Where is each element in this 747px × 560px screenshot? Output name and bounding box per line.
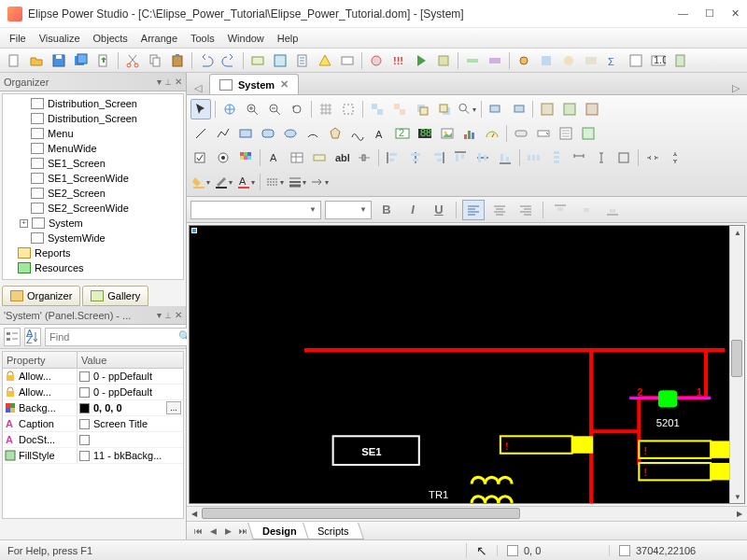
draw-display[interactable]: 88 <box>415 123 435 144</box>
tree-item-resources[interactable]: Resources <box>3 260 183 275</box>
draw-poly[interactable] <box>325 123 345 144</box>
text-align-center[interactable] <box>488 200 511 220</box>
tab-design[interactable]: Design <box>247 523 312 539</box>
ctl-combo[interactable] <box>533 123 554 144</box>
tool-gear[interactable] <box>514 51 534 70</box>
line-color[interactable]: ▾ <box>213 172 233 192</box>
tool-b[interactable] <box>270 51 290 70</box>
text-align-right[interactable] <box>514 200 537 220</box>
scroll-up-icon[interactable]: ▲ <box>730 226 745 239</box>
scroll-left-icon[interactable]: ◀ <box>187 507 202 520</box>
sort-button[interactable]: AZ <box>24 328 41 346</box>
panel-close-icon[interactable]: ✕ <box>175 310 182 320</box>
scroll-thumb[interactable] <box>202 508 520 519</box>
text-color[interactable]: A▾ <box>235 172 256 192</box>
tool-n[interactable] <box>626 51 646 70</box>
draw-text[interactable]: A <box>370 123 390 144</box>
tool-l[interactable] <box>558 51 579 70</box>
ellipsis-button[interactable]: ... <box>166 401 181 414</box>
zoom-in-tool[interactable] <box>242 99 262 119</box>
misc-tool-a[interactable] <box>537 99 557 119</box>
draw-rect[interactable] <box>235 123 256 144</box>
vertical-scrollbar[interactable]: ▲ ▼ <box>729 226 744 503</box>
front-tool[interactable] <box>412 99 432 119</box>
run-button[interactable] <box>411 51 431 70</box>
draw-arc[interactable] <box>303 123 323 144</box>
space-v[interactable] <box>665 147 685 168</box>
tree-item[interactable]: MenuWide <box>3 141 183 156</box>
tab-prev-icon[interactable]: ◁ <box>190 82 205 94</box>
redo-button[interactable] <box>218 51 239 70</box>
next-icon[interactable]: ▶ <box>220 526 235 536</box>
snap-tool[interactable] <box>338 99 359 119</box>
tree-item[interactable]: SE1_Screen <box>3 156 183 171</box>
line-weight[interactable]: ▾ <box>287 172 307 192</box>
panel-pin-icon[interactable]: ⟂ <box>165 77 171 87</box>
text-valign-top[interactable] <box>549 200 571 220</box>
label-tool[interactable] <box>309 147 330 168</box>
panel-pin-icon[interactable]: ⟂ <box>165 310 171 320</box>
tree-item[interactable]: SE2_Screen <box>3 186 183 201</box>
slider-tool[interactable] <box>354 147 374 168</box>
tab-organizer[interactable]: Organizer <box>2 286 80 306</box>
font-family-combo[interactable]: ▼ <box>190 201 321 219</box>
layer-tool-b[interactable] <box>508 99 529 119</box>
tool-g[interactable] <box>433 51 454 70</box>
copy-button[interactable] <box>145 51 165 70</box>
abl-tool[interactable]: abl <box>331 147 352 168</box>
tree-item-system[interactable]: +System <box>3 216 183 231</box>
tree-item[interactable]: SystemWide <box>3 231 183 245</box>
tool-d[interactable] <box>337 51 358 70</box>
checkbox-tool[interactable] <box>190 147 211 168</box>
save-all-button[interactable] <box>71 51 92 70</box>
draw-chart[interactable] <box>459 123 480 144</box>
prop-row[interactable]: ADocSt... <box>3 432 183 448</box>
prop-row[interactable]: Allow... 0 - ppDefault <box>3 385 183 400</box>
doc-tab-system[interactable]: System ✕ <box>209 74 299 94</box>
draw-num[interactable]: 2 <box>392 123 413 144</box>
align-left[interactable] <box>383 147 403 168</box>
tree-item[interactable]: Menu <box>3 126 183 141</box>
draw-image[interactable] <box>437 123 458 144</box>
ungroup-tool[interactable] <box>389 99 410 119</box>
fill-color[interactable]: ▾ <box>190 172 211 192</box>
zoom-combo[interactable]: ▾ <box>457 99 477 119</box>
menu-objects[interactable]: Objects <box>93 33 128 44</box>
categorize-button[interactable] <box>4 328 21 346</box>
tool-e[interactable] <box>366 51 387 70</box>
text-a-tool[interactable]: A <box>264 147 285 168</box>
tab-next-icon[interactable]: ▷ <box>728 82 743 94</box>
misc-tool-c[interactable] <box>582 99 602 119</box>
underline-button[interactable]: U <box>428 200 450 220</box>
text-valign-bot[interactable] <box>601 200 624 220</box>
tool-k[interactable] <box>536 51 557 70</box>
prev-icon[interactable]: ◀ <box>205 526 220 536</box>
prop-row[interactable]: Backg... 0, 0, 0... <box>3 400 183 416</box>
menu-help[interactable]: Help <box>277 33 299 44</box>
close-button[interactable]: ✕ <box>731 7 740 20</box>
layer-tool-a[interactable] <box>486 99 506 119</box>
misc-tool-b[interactable] <box>559 99 580 119</box>
space-h[interactable] <box>642 147 663 168</box>
menu-tools[interactable]: Tools <box>190 33 215 44</box>
tool-i[interactable] <box>485 51 505 70</box>
tab-scripts[interactable]: Scripts <box>303 523 363 539</box>
tree-item-reports[interactable]: Reports <box>3 245 183 260</box>
select-tool[interactable] <box>190 99 211 119</box>
draw-polyline[interactable] <box>213 123 233 144</box>
panel-close-icon[interactable]: ✕ <box>175 77 182 87</box>
align-middle[interactable] <box>472 147 493 168</box>
ctl-misc[interactable] <box>578 123 599 144</box>
align-top[interactable] <box>450 147 471 168</box>
tool-sum[interactable]: Σ <box>603 51 624 70</box>
last-icon[interactable]: ⏭ <box>235 526 250 536</box>
save-button[interactable] <box>49 51 69 70</box>
open-button[interactable] <box>26 51 47 70</box>
new-button[interactable] <box>4 51 24 70</box>
table-tool[interactable] <box>287 147 307 168</box>
tree-item[interactable]: SE1_ScreenWide <box>3 171 183 186</box>
same-size[interactable] <box>613 147 634 168</box>
font-size-combo[interactable]: ▼ <box>325 201 372 219</box>
line-style[interactable]: ▾ <box>264 172 285 192</box>
dist-h[interactable] <box>524 147 544 168</box>
